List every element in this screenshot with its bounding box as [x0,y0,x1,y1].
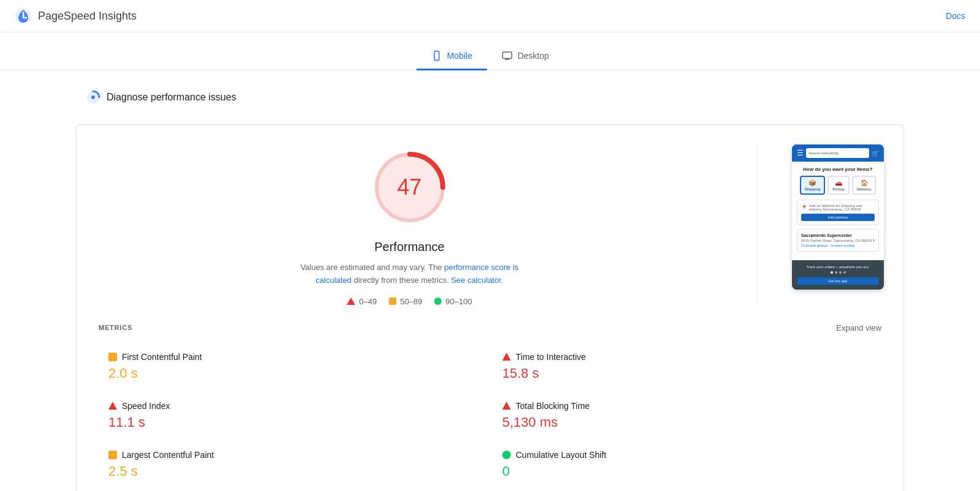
tab-mobile-label: Mobile [447,51,472,61]
score-description: Values are estimated and may vary. The p… [287,261,532,287]
metric-fcp-name-row: First Contentful Paint [108,352,478,362]
phone-dots [797,271,879,274]
metric-tbt-name-row: Total Blocking Time [502,401,872,411]
tabs-bar: Mobile Desktop [0,32,980,70]
metric-tbt-value: 5,130 ms [502,414,872,430]
metric-fcp: First Contentful Paint 2.0 s [96,342,490,391]
score-legend: 0–49 50–89 90–100 [347,297,472,306]
metric-cls-icon [502,451,511,459]
metric-fcp-name: First Contentful Paint [122,352,202,362]
svg-point-7 [91,96,95,99]
metric-si: Speed Index 11.1 s [96,391,490,440]
legend-red-range: 0–49 [359,297,377,306]
expand-view-button[interactable]: Expand view [836,323,881,332]
metric-tti-name: Time to Interactive [516,352,586,362]
diagnose-spinner-icon [86,90,100,105]
metric-lcp-name-row: Largest Contentful Paint [108,450,478,460]
phone-search-bar: Search everything [806,148,869,158]
phone-top-bar: ☰ Search everything 🛒 [792,144,884,162]
phone-dot-4 [843,271,846,274]
main-content: Diagnose performance issues 47 [61,70,919,491]
svg-point-2 [436,59,437,60]
phone-dot-1 [831,271,833,274]
svg-rect-3 [502,52,511,59]
metric-tbt: Total Blocking Time 5,130 ms [490,391,884,440]
score-label: Performance [374,240,445,254]
tab-desktop-label: Desktop [518,51,549,61]
tab-mobile[interactable]: Mobile [417,43,487,70]
diagnose-bar: Diagnose performance issues [76,83,904,112]
logo-area: PageSpeed Insights [15,7,137,24]
metric-lcp-icon [108,451,117,459]
metrics-label: METRICS [99,324,132,331]
tab-desktop[interactable]: Desktop [487,43,564,70]
desktop-icon [502,50,513,61]
delivery-option-shipping: 📦 Shipping [800,176,826,195]
metric-si-value: 11.1 s [108,414,478,430]
phone-delivery-options: 📦 Shipping 🚗 Pickup 🏠 Delivery [797,176,879,195]
phone-bottom-text: Track your orders – anywhere you are. [797,265,879,269]
metric-fcp-icon [108,353,117,361]
metric-lcp: Largest Contentful Paint 2.5 s [96,440,490,489]
phone-bottom: Track your orders – anywhere you are. Ge… [792,260,884,290]
delivery-option-delivery: 🏠 Delivery [852,176,876,195]
metric-tti-value: 15.8 s [502,365,872,381]
phone-cart-icon: 🛒 [872,150,879,157]
legend-item-green: 90–100 [434,297,472,306]
metric-cls-name-row: Cumulative Layout Shift [502,450,872,460]
phone-preview: ☰ Search everything 🛒 How do you want yo… [792,144,884,290]
metric-tti-name-row: Time to Interactive [502,352,872,362]
phone-how-title: How do you want your items? [797,167,879,172]
vertical-divider [757,144,758,304]
phone-add-btn: Add address [801,214,875,221]
phone-store-card: Sacramento Supercenter 8915 Gerber Road,… [797,229,879,252]
phone-address-text: Add an address for shipping and delivery… [809,204,875,211]
see-calculator-link[interactable]: See calculator. [451,275,503,285]
metrics-header: METRICS Expand view [96,323,884,332]
phone-address-card: 📍 Add an address for shipping and delive… [797,200,879,225]
metric-tbt-name: Total Blocking Time [516,401,590,411]
metric-lcp-name: Largest Contentful Paint [122,450,214,460]
legend-green-range: 90–100 [445,297,472,306]
header: PageSpeed Insights Docs [0,0,980,32]
performance-gauge: 47 [367,144,453,230]
score-section: 47 Performance Values are estimated and … [96,144,723,306]
metrics-grid: First Contentful Paint 2.0 s Time to Int… [96,342,884,489]
score-number: 47 [397,174,421,200]
metric-si-name: Speed Index [122,401,170,411]
legend-item-orange: 50–89 [389,297,422,306]
results-card: 47 Performance Values are estimated and … [76,124,904,491]
phone-search-text: Search everything [809,151,838,155]
phone-store-options: Curbside pickup · In-store pickup [801,244,872,247]
metric-fcp-value: 2.0 s [108,365,478,381]
legend-red-icon [347,298,355,305]
legend-item-red: 0–49 [347,297,377,306]
metric-tti-icon [502,353,511,361]
phone-dot-2 [835,271,837,274]
phone-store-name: Sacramento Supercenter [801,233,872,238]
app-title: PageSpeed Insights [38,10,137,23]
metric-tbt-icon [502,402,511,410]
phone-store-address: 8915 Gerber Road, Sacramento, CA 95829 [801,239,872,242]
metric-cls-name: Cumulative Layout Shift [516,450,606,460]
score-preview: 47 Performance Values are estimated and … [96,144,884,306]
metric-si-icon [108,402,117,410]
diagnose-text: Diagnose performance issues [107,92,236,103]
legend-green-icon [434,298,442,305]
metric-tti: Time to Interactive 15.8 s [490,342,884,391]
legend-orange-range: 50–89 [400,297,422,306]
mobile-icon [431,50,442,61]
phone-menu-icon: ☰ [797,149,804,157]
docs-link[interactable]: Docs [946,11,965,21]
delivery-option-pickup: 🚗 Pickup [827,176,850,195]
phone-screenshot: ☰ Search everything 🛒 How do you want yo… [792,144,884,290]
legend-orange-icon [389,298,396,305]
metric-cls-value: 0 [502,463,872,479]
phone-body: How do you want your items? 📦 Shipping 🚗… [792,162,884,260]
phone-get-app-btn: Get the app [797,277,879,285]
metric-si-name-row: Speed Index [108,401,478,411]
phone-dot-3 [839,271,842,274]
metric-cls: Cumulative Layout Shift 0 [490,440,884,489]
metric-lcp-value: 2.5 s [108,463,478,479]
pagespeed-logo-icon [15,7,32,24]
